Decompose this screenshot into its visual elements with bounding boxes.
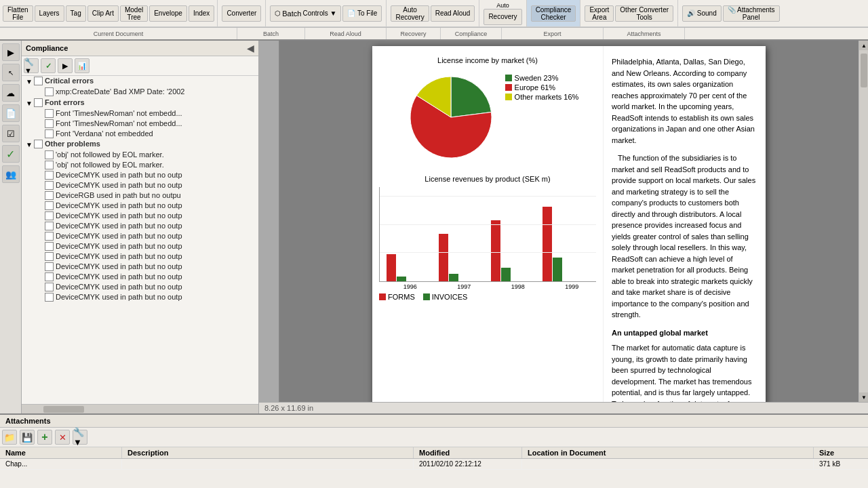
sound-button[interactable]: 🔊 Sound xyxy=(682,5,722,22)
attach-wrench-btn[interactable]: 🔧▼ xyxy=(73,430,87,445)
tree-cb-op7[interactable] xyxy=(45,211,54,220)
scroll-thumb-x[interactable] xyxy=(43,406,84,413)
tree-cb-op3[interactable] xyxy=(45,171,54,180)
tree-checkbox-xmp[interactable] xyxy=(45,87,54,96)
tree-item-op8[interactable]: DeviceCMYK used in path but no outp xyxy=(22,221,258,231)
tree-item-font2[interactable]: Font 'TimesNewRoman' not embedd... xyxy=(22,119,258,129)
tree-item-op4[interactable]: DeviceCMYK used in path but no outp xyxy=(22,180,258,190)
compliance-play-btn[interactable]: ▶ xyxy=(58,58,73,73)
tree-category-other-problems[interactable]: ▼ Other problems xyxy=(22,139,258,150)
op10-label: DeviceCMYK used in path but no outp xyxy=(56,242,182,250)
tree-item-op12[interactable]: DeviceCMYK used in path but no outp xyxy=(22,262,258,272)
compliance-checker-button[interactable]: ComplianceChecker xyxy=(531,5,576,22)
tool-icon-5[interactable]: ☑ xyxy=(2,125,20,142)
recovery-button[interactable]: Recovery xyxy=(484,9,521,25)
tree-cb-op2[interactable] xyxy=(45,161,54,169)
batch-controls-button[interactable]: ⬡ Batch Controls ▼ xyxy=(270,5,341,22)
to-file-button[interactable]: 📄 To File xyxy=(342,5,382,22)
tool-icon-3[interactable]: ☁ xyxy=(2,84,20,102)
tree-cb-op13[interactable] xyxy=(45,272,54,281)
compliance-scrollbar-x[interactable] xyxy=(22,404,258,413)
tree-item-op7[interactable]: DeviceCMYK used in path but no outp xyxy=(22,211,258,221)
other-converter-button[interactable]: Other ConverterTools xyxy=(615,5,673,22)
tool-icon-7[interactable]: 👥 xyxy=(2,165,20,183)
vertical-scrollbar[interactable]: ▲ ▼ xyxy=(859,41,868,402)
attachments-panel-button[interactable]: 📎 AttachmentsPanel xyxy=(723,5,780,22)
layers-button[interactable]: Layers xyxy=(35,5,64,22)
tree-checkbox-other[interactable] xyxy=(34,140,43,148)
bar-1996-forms xyxy=(387,254,396,281)
tool-icon-2[interactable]: ↖ xyxy=(2,64,20,81)
tool-icon-6[interactable]: ✓ xyxy=(2,145,20,163)
tag-button[interactable]: Tag xyxy=(66,5,86,22)
col-description: Description xyxy=(122,447,414,458)
tree-cb-op14[interactable] xyxy=(45,283,54,291)
tree-cb-op4[interactable] xyxy=(45,181,54,190)
compliance-wrench-btn[interactable]: 🔧▼ xyxy=(24,58,39,73)
tree-cb-op10[interactable] xyxy=(45,242,54,251)
attachment-row-1[interactable]: Chap... 2011/02/10 22:12:12 371 kB xyxy=(0,459,868,470)
tree-cb-op1[interactable] xyxy=(45,150,54,159)
compliance-panel-close[interactable]: ◀ xyxy=(247,43,254,54)
export-area-button[interactable]: ExportArea xyxy=(585,5,614,22)
document-size: 8.26 x 11.69 in xyxy=(264,404,313,412)
compliance-chart-btn[interactable]: 📊 xyxy=(75,58,90,73)
tree-cb-op6[interactable] xyxy=(45,201,54,210)
attach-name-1: Chap... xyxy=(0,459,122,469)
op8-label: DeviceCMYK used in path but no outp xyxy=(56,222,182,230)
tree-checkbox-font1[interactable] xyxy=(45,109,54,118)
tree-item-font1[interactable]: Font 'TimesNewRoman' not embedd... xyxy=(22,108,258,119)
tree-toggle-critical[interactable]: ▼ xyxy=(24,77,34,86)
tree-cb-op9[interactable] xyxy=(45,232,54,241)
tree-item-op5[interactable]: DeviceRGB used in path but no outpu xyxy=(22,190,258,201)
tree-cb-op11[interactable] xyxy=(45,252,54,261)
tree-cb-op5[interactable] xyxy=(45,191,54,200)
tree-item-op10[interactable]: DeviceCMYK used in path but no outp xyxy=(22,241,258,251)
attachments-columns: Name Description Modified Location in Do… xyxy=(0,447,868,459)
read-aloud-button[interactable]: Read Aloud xyxy=(431,5,475,22)
tree-item-op11[interactable]: DeviceCMYK used in path but no outp xyxy=(22,251,258,262)
tree-item-op14[interactable]: DeviceCMYK used in path but no outp xyxy=(22,282,258,292)
envelope-button[interactable]: Envelope xyxy=(149,5,187,22)
tree-checkbox-critical[interactable] xyxy=(34,77,43,85)
tree-item-op13[interactable]: DeviceCMYK used in path but no outp xyxy=(22,272,258,282)
tree-checkbox-fonts[interactable] xyxy=(34,98,43,107)
attach-save-btn[interactable]: 💾 xyxy=(20,430,35,445)
scroll-thumb-v[interactable] xyxy=(861,54,867,87)
scroll-track-v[interactable] xyxy=(859,50,868,392)
tree-item-op1[interactable]: 'obj' not followed by EOL marker. xyxy=(22,150,258,160)
tree-item-op2[interactable]: 'obj' not followed by EOL marker. xyxy=(22,160,258,170)
tree-item-op15[interactable]: DeviceCMYK used in path but no outp xyxy=(22,292,258,302)
auto-recovery-button[interactable]: AutoRecovery xyxy=(391,5,429,22)
font-errors-label: Font errors xyxy=(45,98,85,106)
tree-toggle-other[interactable]: ▼ xyxy=(24,140,34,149)
tree-category-critical-errors[interactable]: ▼ Critical errors xyxy=(22,76,258,87)
scroll-down-btn[interactable]: ▼ xyxy=(859,392,868,402)
tree-item-op6[interactable]: DeviceCMYK used in path but no outp xyxy=(22,201,258,211)
tree-item-op9[interactable]: DeviceCMYK used in path but no outp xyxy=(22,231,258,241)
tree-item-xmp[interactable]: xmp:CreateDate' Bad XMP Date: '2002 xyxy=(22,87,258,98)
op5-label: DeviceRGB used in path but no outpu xyxy=(56,191,181,199)
pie-chart-title: License income by market (%) xyxy=(379,56,596,64)
tree-checkbox-font3[interactable] xyxy=(45,129,54,138)
tree-cb-op8[interactable] xyxy=(45,222,54,230)
tree-checkbox-font2[interactable] xyxy=(45,119,54,128)
tree-category-font-errors[interactable]: ▼ Font errors xyxy=(22,98,258,108)
tree-toggle-fonts[interactable]: ▼ xyxy=(24,98,34,108)
attach-remove-btn[interactable]: ✕ xyxy=(55,430,70,445)
tool-icon-4[interactable]: 📄 xyxy=(2,104,20,122)
tree-item-op3[interactable]: DeviceCMYK used in path but no outp xyxy=(22,170,258,180)
attach-add-btn[interactable]: + xyxy=(37,430,52,445)
compliance-check-btn[interactable]: ✓ xyxy=(41,58,56,73)
attach-folder-btn[interactable]: 📁 xyxy=(2,430,17,445)
clip-art-button[interactable]: Clip Art xyxy=(87,5,119,22)
tree-cb-op15[interactable] xyxy=(45,293,54,302)
tool-icon-1[interactable]: ▶ xyxy=(2,43,20,61)
converter-button[interactable]: Converter xyxy=(222,5,261,22)
tree-item-font3[interactable]: Font 'Verdana' not embedded xyxy=(22,129,258,139)
tree-cb-op12[interactable] xyxy=(45,262,54,271)
scroll-up-btn[interactable]: ▲ xyxy=(859,41,868,50)
index-button[interactable]: Index xyxy=(189,5,214,22)
flatten-file-button[interactable]: FlattenFile xyxy=(3,5,33,22)
model-tree-button[interactable]: ModelTree xyxy=(120,5,148,22)
